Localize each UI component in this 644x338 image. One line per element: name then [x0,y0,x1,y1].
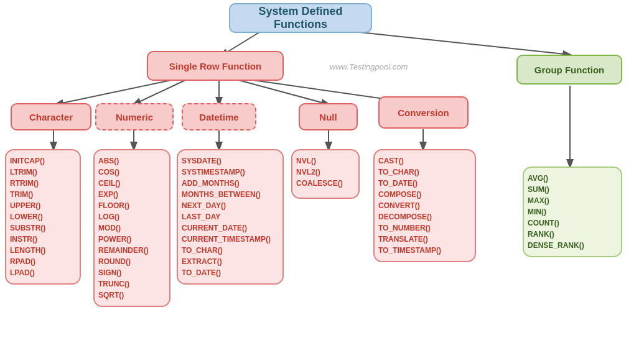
svg-line-1 [348,31,570,55]
group-function-label: Group Function [534,65,604,75]
null-label: Null [319,112,337,122]
diagram: System Defined Functions Single Row Func… [0,0,644,338]
group-function-box: Group Function [516,55,622,84]
system-defined-label: System Defined Functions [230,5,371,31]
null-list-items: NVL()NVL2()COALESCE() [296,155,355,189]
datetime-list-items: SYSDATE()SYSTIMESTAMP()ADD_MONTHS()MONTH… [182,155,279,278]
datetime-box: Datetime [182,103,256,130]
null-list: NVL()NVL2()COALESCE() [291,149,360,199]
conversion-label: Conversion [398,107,449,118]
datetime-label: Datetime [199,112,238,122]
numeric-label: Numeric [116,112,153,122]
watermark: www.Testingpool.com [330,62,408,71]
null-box: Null [299,103,358,130]
character-box: Character [11,103,91,130]
datetime-list: SYSDATE()SYSTIMESTAMP()ADD_MONTHS()MONTH… [177,149,284,285]
svg-line-5 [236,80,329,104]
character-list: INITCAP()LTRIM()RTRIM()TRIM()UPPER()LOWE… [5,149,81,285]
group-list-items: AVG()SUM()MAX()MIN()COUNT()RANK()DENSE_R… [528,173,617,251]
numeric-box: Numeric [95,103,174,130]
conversion-box: Conversion [378,96,469,129]
svg-line-2 [56,80,174,104]
character-label: Character [29,112,73,122]
svg-line-3 [134,80,187,104]
single-row-box: Single Row Function [147,51,284,81]
numeric-list-items: ABS()COS()CEIL()EXP()FLOOR()LOG()MOD()PO… [98,155,166,301]
conversion-list-items: CAST()TO_CHAR()TO_DATE()COMPOSE()CONVERT… [378,155,471,256]
system-defined-box: System Defined Functions [229,3,372,33]
numeric-list: ABS()COS()CEIL()EXP()FLOOR()LOG()MOD()PO… [93,149,170,307]
group-list: AVG()SUM()MAX()MIN()COUNT()RANK()DENSE_R… [523,167,622,257]
single-row-label: Single Row Function [169,61,261,71]
conversion-list: CAST()TO_CHAR()TO_DATE()COMPOSE()CONVERT… [373,149,476,262]
character-list-items: INITCAP()LTRIM()RTRIM()TRIM()UPPER()LOWE… [10,155,76,278]
